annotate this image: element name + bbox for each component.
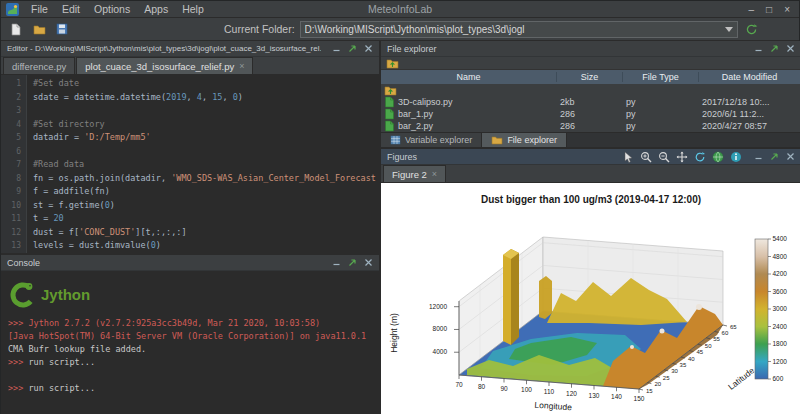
editor-tab[interactable]: difference.py <box>3 57 75 74</box>
close-panel-button[interactable] <box>785 152 795 162</box>
menu-edit[interactable]: Edit <box>55 2 87 16</box>
minimize-panel-button[interactable] <box>331 258 341 268</box>
menu-help[interactable]: Help <box>175 2 211 16</box>
combo-dropdown-arrow-icon[interactable] <box>725 27 733 32</box>
file-row[interactable]: bar_1.py286py2020/6/1 11:2... <box>381 108 800 120</box>
code-line: sdate = datetime.datetime(2019, 4, 15, 0… <box>33 91 379 105</box>
line-number-gutter: 12345678910111213 <box>1 75 27 253</box>
editor-tabbar: difference.pyplot_cuace_3d_isosurface_re… <box>1 57 379 75</box>
line-number: 13 <box>1 239 21 253</box>
current-folder-value: D:\Working\MIScript\Jython\mis\plot_type… <box>305 24 525 35</box>
editor-tab-label: difference.py <box>12 61 66 72</box>
code-line: f = addfile(fn) <box>33 185 379 199</box>
save-file-button[interactable] <box>53 20 71 38</box>
svg-text:12000: 12000 <box>429 303 447 310</box>
figures-panel-controls <box>753 152 795 162</box>
column-header-file-type[interactable]: File Type <box>623 72 699 82</box>
line-number: 7 <box>1 158 21 172</box>
file-explorer-panel: File explorer NameSizeFile TypeDate Modi… <box>381 41 800 147</box>
svg-text:90: 90 <box>500 385 508 392</box>
tab-variable-explorer[interactable]: Variable explorer <box>381 133 482 147</box>
minimize-panel-button[interactable] <box>753 44 763 54</box>
refresh-folder-button[interactable] <box>743 20 761 38</box>
jython-brand-text: Jython <box>41 288 90 301</box>
console-panel-header: Console <box>1 255 379 271</box>
file-row[interactable]: bar_2.py286py2020/4/27 08:57 <box>381 120 800 132</box>
figure-canvas[interactable]: Dust bigger than 100 ug/m3 (2019-04-17 1… <box>381 183 800 414</box>
identify-button[interactable] <box>729 150 743 164</box>
file-size-cell: 286 <box>557 121 623 131</box>
figures-panel-header: Figures <box>381 149 800 165</box>
new-script-button[interactable] <box>7 20 25 38</box>
file-modified-cell: 2017/12/18 10:... <box>699 97 800 107</box>
close-tab-icon[interactable]: × <box>239 62 244 71</box>
minimize-window-button[interactable]: – <box>749 2 755 17</box>
full-extent-button[interactable] <box>711 150 725 164</box>
figure-tab[interactable]: Figure 2 × <box>383 165 446 182</box>
select-arrow-button[interactable] <box>621 150 635 164</box>
close-panel-button[interactable] <box>363 258 373 268</box>
close-panel-button[interactable] <box>785 44 795 54</box>
file-row[interactable] <box>381 84 800 96</box>
file-size-cell: 286 <box>557 109 623 119</box>
zoom-in-button[interactable] <box>639 150 653 164</box>
pan-hand-button[interactable] <box>675 150 689 164</box>
close-figure-tab-icon[interactable]: × <box>432 170 437 179</box>
svg-text:15: 15 <box>646 388 653 394</box>
code-line: dust = f['CONC_DUST'][t,:,:,:] <box>33 226 379 240</box>
svg-text:50: 50 <box>705 343 712 349</box>
console-output[interactable]: Jython >>> Jython 2.7.2 (v2.7.2:925a3cc3… <box>1 271 379 414</box>
editor-panel-header: Editor - D:\Working\MIScript\Jython\mis\… <box>1 41 379 57</box>
app-logo-icon <box>6 2 20 16</box>
float-panel-button[interactable] <box>769 44 779 54</box>
code-text[interactable]: #Set datesdate = datetime.datetime(2019,… <box>27 75 379 253</box>
jython-brand: Jython <box>8 275 372 313</box>
minimize-panel-button[interactable] <box>331 44 341 54</box>
file-type-cell: py <box>623 97 699 107</box>
file-table: 3D-calipso.py2kbpy2017/12/18 10:...bar_1… <box>381 84 800 132</box>
svg-text:40: 40 <box>688 356 695 362</box>
svg-text:4000: 4000 <box>433 348 448 355</box>
rotate-button[interactable] <box>693 150 707 164</box>
minimize-panel-button[interactable] <box>753 152 763 162</box>
svg-text:25: 25 <box>663 375 670 381</box>
file-table-header: NameSizeFile TypeDate Modified <box>381 70 800 84</box>
zoom-out-button[interactable] <box>657 150 671 164</box>
console-panel: Console Jython >>> Jython 2.7.2 (v2.7.2:… <box>1 255 379 414</box>
code-line: levels = dust.dimvalue(0) <box>33 239 379 253</box>
file-row[interactable]: 3D-calipso.py2kbpy2017/12/18 10:... <box>381 96 800 108</box>
open-file-button[interactable] <box>30 20 48 38</box>
svg-text:140: 140 <box>611 393 622 400</box>
svg-text:30: 30 <box>671 368 678 374</box>
svg-text:20: 20 <box>654 381 661 387</box>
float-panel-button[interactable] <box>769 152 779 162</box>
close-panel-button[interactable] <box>363 44 373 54</box>
current-folder-label: Current Folder: <box>224 23 295 35</box>
close-window-button[interactable]: × <box>784 2 790 17</box>
console-line <box>8 369 372 382</box>
tab-file-explorer[interactable]: File explorer <box>482 133 567 147</box>
float-panel-button[interactable] <box>347 258 357 268</box>
svg-text:110: 110 <box>544 388 555 395</box>
svg-text:8000: 8000 <box>433 325 448 332</box>
column-header-date-modified[interactable]: Date Modified <box>699 72 800 82</box>
console-panel-title: Console <box>7 258 321 268</box>
line-number: 12 <box>1 226 21 240</box>
column-header-name[interactable]: Name <box>381 72 557 82</box>
svg-text:65: 65 <box>730 324 737 330</box>
console-line: >>> run script... <box>8 382 372 395</box>
editor-tab[interactable]: plot_cuace_3d_isosurface_relief.py× <box>76 57 253 74</box>
float-panel-button[interactable] <box>347 44 357 54</box>
menu-apps[interactable]: Apps <box>137 2 175 16</box>
titlebar: FileEditOptionsAppsHelp MeteoInfoLab – □… <box>1 1 799 18</box>
file-size-cell: 2kb <box>557 97 623 107</box>
column-header-size[interactable]: Size <box>557 72 623 82</box>
menu-file[interactable]: File <box>24 2 55 16</box>
window-controls: – □ × <box>749 2 794 17</box>
current-folder-combobox[interactable]: D:\Working\MIScript\Jython\mis\plot_type… <box>300 21 738 38</box>
menu-options[interactable]: Options <box>87 2 137 16</box>
code-editor[interactable]: 12345678910111213 #Set datesdate = datet… <box>1 75 379 253</box>
parent-folder-button[interactable] <box>385 57 399 69</box>
console-line: [Java HotSpot(TM) 64-Bit Server VM (Orac… <box>8 330 372 343</box>
maximize-window-button[interactable]: □ <box>766 2 772 17</box>
